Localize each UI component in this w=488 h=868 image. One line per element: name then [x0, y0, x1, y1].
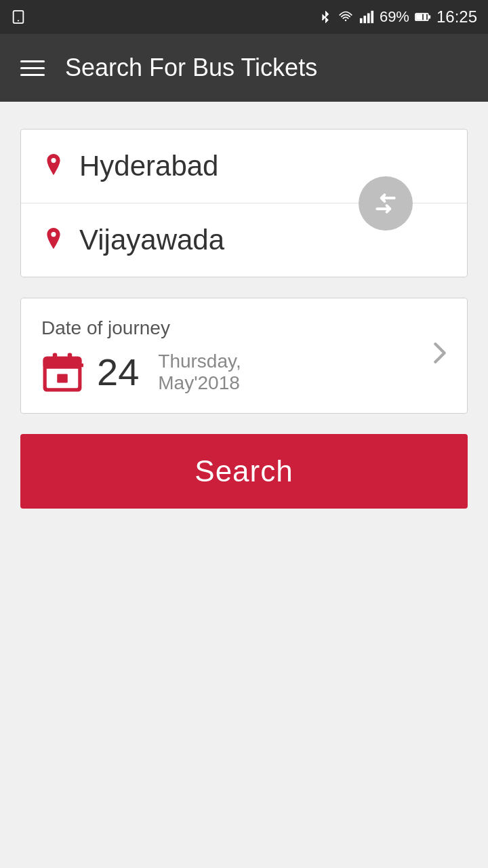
status-right: 69% 16:25 [319, 7, 477, 26]
svg-rect-9 [416, 14, 426, 20]
status-time: 16:25 [436, 7, 477, 26]
toolbar: Search For Bus Tickets [0, 34, 488, 102]
date-label: Date of journey [41, 317, 447, 339]
calendar-icon [41, 351, 83, 393]
svg-rect-8 [428, 15, 430, 18]
hamburger-menu-icon[interactable] [20, 60, 45, 76]
search-button[interactable]: Search [20, 434, 468, 509]
main-content: Hyderabad Vijayawada Date of journey [0, 102, 488, 529]
battery-text: 69% [380, 8, 409, 26]
signal-icon [359, 10, 374, 24]
svg-rect-14 [47, 363, 83, 367]
date-card[interactable]: Date of journey 24 Thursday, May'2018 [20, 298, 468, 414]
svg-rect-5 [367, 14, 370, 24]
bluetooth-icon [319, 10, 332, 24]
date-day-month: Thursday, May'2018 [158, 351, 241, 394]
from-city-text: Hyderabad [79, 150, 218, 182]
wifi-icon [338, 10, 354, 24]
svg-rect-4 [363, 16, 366, 23]
svg-rect-3 [360, 18, 363, 23]
location-card: Hyderabad Vijayawada [20, 129, 468, 277]
to-pin-icon [41, 228, 66, 252]
swap-icon [373, 191, 399, 216]
chevron-right-icon [433, 340, 447, 371]
date-number: 24 [97, 350, 139, 394]
from-pin-icon [41, 154, 66, 178]
status-left [11, 9, 26, 24]
swap-button[interactable] [359, 176, 413, 231]
battery-icon [415, 12, 431, 22]
status-bar: 69% 16:25 [0, 0, 488, 34]
svg-rect-16 [68, 353, 72, 361]
device-icon [11, 9, 26, 24]
page-title: Search For Bus Tickets [65, 54, 317, 82]
svg-point-2 [345, 20, 347, 22]
svg-rect-6 [371, 11, 373, 23]
date-day: Thursday, [158, 351, 241, 372]
to-city-text: Vijayawada [79, 224, 224, 256]
svg-rect-15 [53, 353, 57, 361]
svg-point-1 [18, 20, 19, 21]
svg-rect-17 [57, 374, 68, 382]
date-month: May'2018 [158, 372, 241, 394]
date-row: 24 Thursday, May'2018 [41, 350, 447, 394]
